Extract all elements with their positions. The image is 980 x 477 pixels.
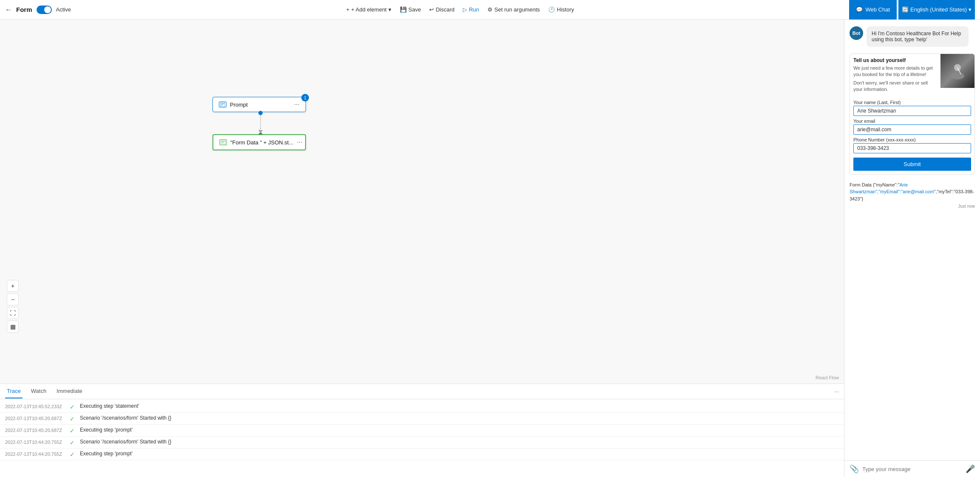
mic-button[interactable]: 🎤 <box>966 464 975 474</box>
react-flow-label: React Flow <box>816 375 839 380</box>
log-icon: ✓ <box>70 415 75 422</box>
log-text: Executing step 'prompt' <box>80 451 133 457</box>
svg-rect-7 <box>221 140 226 144</box>
log-text: Scenario '/scenarios/form' Started with … <box>80 415 171 421</box>
toolbar-center: + + Add element ▾ 💾 Save ↩ Discard ▷ Run… <box>74 5 846 14</box>
send-node[interactable]: "Form Data " + JSON.st... ··· <box>212 134 306 150</box>
flow-canvas[interactable]: Prompt ··· 1 "Form Data " + JSON.st... ·… <box>0 20 844 384</box>
email-input[interactable] <box>853 124 971 135</box>
zoom-out-button[interactable]: − <box>7 294 19 305</box>
set-run-args-button[interactable]: ⚙ Set run arguments <box>484 5 543 14</box>
log-text: Scenario '/scenarios/form' Started with … <box>80 439 171 445</box>
bottom-panel: Trace Watch Immediate ··· 2022-07-13T10:… <box>0 384 844 477</box>
log-time: 2022-07-13T10:44:20.755Z <box>5 440 65 445</box>
log-entry: 2022-07-13T10:44:20.755Z ✓ Executing ste… <box>0 449 844 460</box>
minimap-button[interactable]: ▦ <box>7 321 19 333</box>
send-node-icon <box>219 139 227 145</box>
log-time: 2022-07-13T10:45:20.687Z <box>5 416 65 421</box>
refresh-icon: 🔄 <box>902 6 909 13</box>
form-data-message: Form Data {"myName":"Arie Shwartzman","m… <box>850 180 975 209</box>
message-time: Just now <box>850 204 975 209</box>
log-icon: ✓ <box>70 427 75 434</box>
fit-view-button[interactable]: ⛶ <box>7 307 19 319</box>
name-field-group: Your name (Last, First) <box>853 100 971 116</box>
phone-field-group: Phone Number (xxx-xxx-xxxx) <box>853 137 971 153</box>
form-card-subtitle: We just need a few more details to get y… <box>853 65 934 78</box>
phone-input[interactable] <box>853 143 971 153</box>
add-icon: + <box>346 6 350 13</box>
active-label: Active <box>56 6 71 13</box>
form-card-image <box>940 54 974 88</box>
active-toggle[interactable] <box>37 6 52 14</box>
prompt-node-icon <box>219 102 227 107</box>
discard-button[interactable]: ↩ Discard <box>426 5 458 14</box>
canvas-controls: + − ⛶ ▦ <box>7 280 19 333</box>
log-icon: ✓ <box>70 404 75 410</box>
run-icon: ▷ <box>463 6 467 13</box>
send-node-label: "Form Data " + JSON.st... <box>230 139 293 146</box>
connector-svg <box>256 111 265 136</box>
toolbar: ← Form Active + + Add element ▾ 💾 Save ↩… <box>0 0 980 20</box>
log-text: Executing step 'prompt' <box>80 427 133 433</box>
history-icon: 🕐 <box>548 6 555 13</box>
log-icon: ✓ <box>70 439 75 446</box>
name-field-label: Your name (Last, First) <box>853 100 971 105</box>
log-entries: 2022-07-13T10:45:52.233Z ✓ Executing ste… <box>0 399 844 477</box>
submit-button[interactable]: Submit <box>853 158 971 171</box>
toolbar-left: ← Form Active <box>5 6 71 14</box>
canvas-area: Prompt ··· 1 "Form Data " + JSON.st... ·… <box>0 20 844 477</box>
email-field-label: Your email <box>853 119 971 124</box>
run-button[interactable]: ▷ Run <box>459 5 482 14</box>
log-time: 2022-07-13T10:44:20.755Z <box>5 452 65 457</box>
form-card-body: Tell us about yourself We just need a fe… <box>850 54 937 96</box>
chevron-down-icon: ▾ <box>388 6 391 13</box>
back-button[interactable]: ← <box>5 6 12 14</box>
chevron-down-icon: ▾ <box>969 6 972 13</box>
form-card: Tell us about yourself We just need a fe… <box>850 54 975 175</box>
svg-point-3 <box>258 111 263 115</box>
webchat-panel: Bot Hi I'm Contoso Healthcare Bot For He… <box>844 20 980 477</box>
prompt-node-label: Prompt <box>230 102 291 108</box>
webchat-tab[interactable]: 💬 Web Chat <box>849 0 897 20</box>
toolbar-right: 💬 Web Chat 🔄 English (United States) ▾ <box>849 0 975 20</box>
prompt-node-badge: 1 <box>301 94 309 102</box>
add-element-button[interactable]: + + Add element ▾ <box>343 5 395 14</box>
language-selector[interactable]: 🔄 English (United States) ▾ <box>898 0 975 20</box>
log-entry: 2022-07-13T10:45:52.233Z ✓ Executing ste… <box>0 401 844 413</box>
svg-rect-0 <box>220 102 225 107</box>
attachment-button[interactable]: 📎 <box>850 464 859 474</box>
save-icon: 💾 <box>400 6 407 13</box>
save-button[interactable]: 💾 Save <box>397 5 425 14</box>
form-data-link[interactable]: Arie Shwartzman","myEmail":"arie@mail.co… <box>850 182 934 195</box>
email-field-group: Your email <box>853 119 971 135</box>
log-icon: ✓ <box>70 451 75 458</box>
log-text: Executing step 'statement' <box>80 403 139 409</box>
svg-point-11 <box>951 73 964 79</box>
zoom-in-button[interactable]: + <box>7 280 19 292</box>
webchat-footer: 📎 🎤 <box>844 460 980 477</box>
bottom-panel-header: Trace Watch Immediate ··· <box>0 384 844 399</box>
form-inputs: Your name (Last, First) Your email Phone… <box>850 96 974 174</box>
tab-immediate[interactable]: Immediate <box>55 384 84 398</box>
bot-avatar: Bot <box>850 26 863 40</box>
name-input[interactable] <box>853 106 971 116</box>
discard-icon: ↩ <box>429 6 434 13</box>
bottom-panel-menu[interactable]: ··· <box>834 388 839 395</box>
main-content: Prompt ··· 1 "Form Data " + JSON.st... ·… <box>0 20 980 477</box>
message-input[interactable] <box>862 466 962 472</box>
settings-icon: ⚙ <box>487 6 493 13</box>
form-card-disclaimer: Don't worry, we'll never share or sell y… <box>853 80 934 93</box>
send-node-menu[interactable]: ··· <box>297 138 302 146</box>
form-card-title: Tell us about yourself <box>853 57 934 63</box>
log-time: 2022-07-13T10:45:20.687Z <box>5 428 65 433</box>
log-entry: 2022-07-13T10:45:20.687Z ✓ Scenario '/sc… <box>0 413 844 425</box>
prompt-node[interactable]: Prompt ··· 1 <box>212 97 306 112</box>
form-title: Form <box>16 6 32 13</box>
history-button[interactable]: 🕐 History <box>545 5 577 14</box>
tab-watch[interactable]: Watch <box>29 384 48 398</box>
prompt-node-menu[interactable]: ··· <box>294 101 300 108</box>
webchat-messages: Bot Hi I'm Contoso Healthcare Bot For He… <box>844 20 980 460</box>
phone-field-label: Phone Number (xxx-xxx-xxxx) <box>853 137 971 142</box>
tab-trace[interactable]: Trace <box>5 384 23 398</box>
form-card-header: Tell us about yourself We just need a fe… <box>850 54 974 96</box>
